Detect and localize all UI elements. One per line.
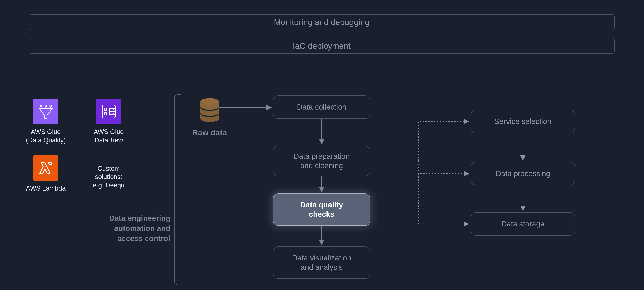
database-icon	[197, 97, 222, 124]
node-data-storage: Data storage	[471, 212, 575, 236]
svg-point-9	[200, 98, 219, 105]
node-data-viz: Data visualizationand analysis	[273, 246, 370, 279]
custom-label: Customsolutions:e.g. Deequ	[93, 164, 124, 190]
service-custom: Customsolutions:e.g. Deequ	[86, 155, 131, 193]
banner-monitoring-label: Monitoring and debugging	[274, 18, 370, 27]
raw-data-label: Raw data	[192, 128, 227, 137]
services-group: AWS Glue(Data Quality) AWS GlueDataBrew	[23, 99, 131, 203]
node-data-quality-label: Data qualitychecks	[300, 200, 343, 219]
banner-monitoring: Monitoring and debugging	[29, 15, 614, 30]
glue-dq-icon	[33, 99, 58, 124]
node-data-prep: Data preparationand cleaning	[273, 146, 370, 176]
lambda-label: AWS Lambda	[26, 184, 66, 193]
glue-dq-label: AWS Glue(Data Quality)	[26, 128, 66, 145]
node-data-processing-label: Data processing	[496, 169, 550, 178]
service-row-1: AWS Glue(Data Quality) AWS GlueDataBrew	[23, 99, 131, 145]
node-service-selection: Service selection	[471, 110, 575, 133]
raw-data-group: Raw data	[192, 97, 227, 137]
svg-point-8	[104, 112, 107, 115]
service-glue-dq: AWS Glue(Data Quality)	[23, 99, 68, 145]
node-data-collection: Data collection	[273, 95, 370, 119]
svg-point-7	[104, 108, 107, 111]
node-data-prep-label: Data preparationand cleaning	[294, 152, 350, 171]
node-data-quality: Data qualitychecks	[273, 193, 370, 226]
bracket-left	[174, 94, 181, 285]
node-data-viz-label: Data visualizationand analysis	[292, 253, 351, 272]
banner-iac-label: IaC deployment	[293, 41, 350, 51]
svg-point-0	[40, 105, 42, 107]
service-lambda: AWS Lambda	[23, 155, 68, 193]
banner-iac: IaC deployment	[29, 38, 614, 54]
node-data-collection-label: Data collection	[297, 102, 346, 112]
glue-databrew-icon	[96, 99, 121, 124]
service-row-2: AWS Lambda Customsolutions:e.g. Deequ	[23, 155, 131, 193]
svg-point-1	[45, 105, 47, 107]
service-glue-databrew: AWS GlueDataBrew	[86, 99, 131, 145]
node-data-processing: Data processing	[471, 162, 575, 185]
node-data-storage-label: Data storage	[501, 219, 544, 229]
svg-point-2	[50, 105, 52, 107]
node-service-selection-label: Service selection	[494, 117, 551, 126]
lambda-icon	[33, 155, 58, 181]
automation-label: Data engineeringautomation andaccess con…	[77, 213, 170, 244]
glue-databrew-label: AWS GlueDataBrew	[94, 128, 124, 145]
